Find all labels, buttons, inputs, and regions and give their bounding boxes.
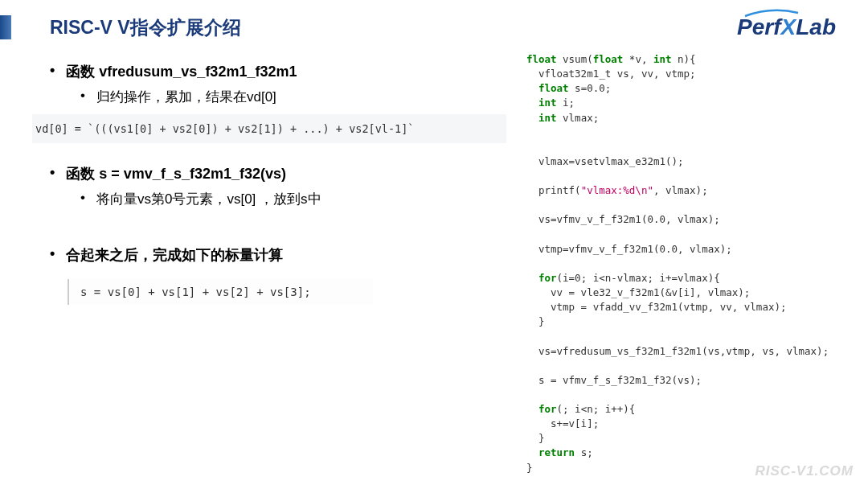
bullet-dot-icon: • (50, 164, 55, 183)
right-column: float vsum(float *v, int n){ vfloat32m1_… (526, 52, 844, 475)
code-box-vd0: vd[0] = `(((vs1[0] + vs2[0]) + vs2[1]) +… (32, 114, 506, 143)
bullet-text: 合起来之后，完成如下的标量计算 (66, 245, 283, 265)
logo-text-x: X (781, 14, 796, 40)
bullet-text: 归约操作，累加，结果在vd[0] (96, 88, 276, 106)
bullet-func2-sub: •将向量vs第0号元素，vs[0] ，放到s中 (80, 190, 510, 208)
title-wrap: RISC-V V指令扩展介绍 (0, 15, 241, 40)
perfxlab-logo: PerfXLab (737, 14, 836, 40)
bullet-text: 将向量vs第0号元素，vs[0] ，放到s中 (96, 190, 321, 208)
bullet-dot-icon: • (50, 245, 55, 265)
content-area: •函数 vfredusum_vs_f32m1_f32m1 •归约操作，累加，结果… (0, 40, 868, 475)
bullet-dot-icon: • (80, 88, 85, 106)
bullet-combined: •合起来之后，完成如下的标量计算 (50, 245, 510, 265)
bullet-func1: •函数 vfredusum_vs_f32m1_f32m1 (50, 62, 510, 81)
header: RISC-V V指令扩展介绍 PerfXLab (0, 0, 868, 40)
page-title: RISC-V V指令扩展介绍 (50, 15, 241, 40)
bullet-func1-sub: •归约操作，累加，结果在vd[0] (80, 88, 510, 106)
code-box-scalar: s = vs[0] + vs[1] + vs[2] + vs[3]; (68, 279, 373, 305)
bullet-text: 函数 vfredusum_vs_f32m1_f32m1 (66, 62, 297, 81)
code-vsum-function: float vsum(float *v, int n){ vfloat32m1_… (526, 52, 844, 475)
logo-text-perf: Perf (737, 14, 780, 40)
bullet-text: 函数 s = vmv_f_s_f32m1_f32(vs) (66, 164, 286, 183)
left-column: •函数 vfredusum_vs_f32m1_f32m1 •归约操作，累加，结果… (50, 52, 510, 475)
bullet-dot-icon: • (80, 190, 85, 208)
code-text: vd[0] = `(((vs1[0] + vs2[0]) + vs2[1]) +… (35, 122, 414, 135)
bullet-func2: •函数 s = vmv_f_s_f32m1_f32(vs) (50, 164, 510, 183)
title-accent-bar (0, 15, 11, 39)
code-text: s = vs[0] + vs[1] + vs[2] + vs[3]; (80, 286, 311, 298)
bullet-dot-icon: • (50, 62, 55, 81)
watermark: RISC-V1.COM (755, 463, 854, 479)
logo-text-lab: Lab (796, 14, 836, 40)
